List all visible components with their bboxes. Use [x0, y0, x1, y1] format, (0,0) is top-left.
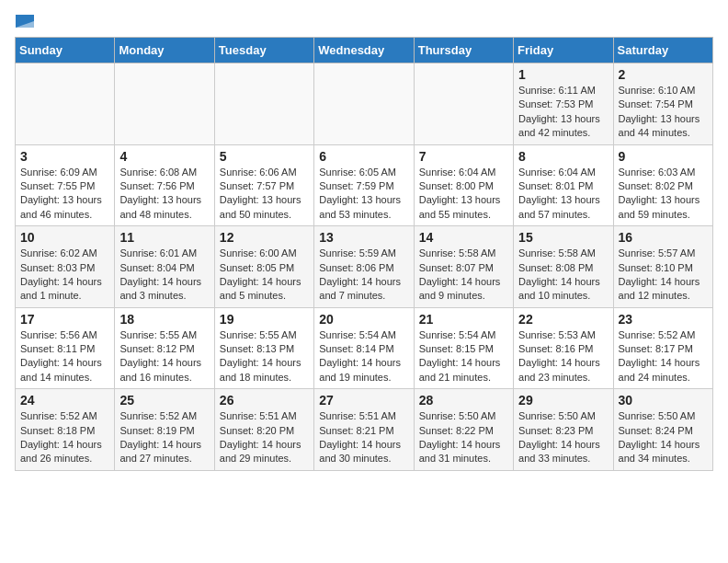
- day-number: 13: [319, 230, 408, 245]
- calendar-cell: [16, 63, 115, 145]
- calendar-cell: 15Sunrise: 5:58 AMSunset: 8:08 PMDayligh…: [514, 226, 613, 308]
- calendar-cell: 14Sunrise: 5:58 AMSunset: 8:07 PMDayligh…: [414, 226, 513, 308]
- day-info: Sunrise: 5:51 AMSunset: 8:21 PMDaylight:…: [319, 409, 408, 466]
- day-number: 7: [419, 149, 508, 164]
- calendar-cell: 22Sunrise: 5:53 AMSunset: 8:16 PMDayligh…: [514, 307, 613, 389]
- logo: [15, 15, 35, 28]
- logo-flag-icon: [16, 15, 34, 28]
- calendar-cell: 21Sunrise: 5:54 AMSunset: 8:15 PMDayligh…: [414, 307, 513, 389]
- day-info: Sunrise: 5:59 AMSunset: 8:06 PMDaylight:…: [319, 247, 408, 304]
- calendar-cell: 11Sunrise: 6:01 AMSunset: 8:04 PMDayligh…: [115, 226, 214, 308]
- calendar-cell: [314, 63, 414, 145]
- calendar-cell: 20Sunrise: 5:54 AMSunset: 8:14 PMDayligh…: [314, 307, 414, 389]
- day-info: Sunrise: 6:11 AMSunset: 7:53 PMDaylight:…: [518, 84, 608, 141]
- calendar-cell: 6Sunrise: 6:05 AMSunset: 7:59 PMDaylight…: [314, 144, 414, 226]
- calendar-cell: [115, 63, 214, 145]
- day-number: 20: [319, 312, 408, 327]
- day-number: 8: [518, 149, 608, 164]
- day-number: 18: [119, 312, 209, 327]
- day-number: 22: [518, 312, 608, 327]
- day-number: 28: [419, 393, 508, 408]
- page: SundayMondayTuesdayWednesdayThursdayFrid…: [0, 0, 728, 486]
- calendar-cell: [214, 63, 313, 145]
- week-row-1: 1Sunrise: 6:11 AMSunset: 7:53 PMDaylight…: [16, 63, 713, 145]
- day-info: Sunrise: 6:04 AMSunset: 8:00 PMDaylight:…: [419, 166, 508, 223]
- day-number: 30: [619, 393, 708, 408]
- calendar-cell: 13Sunrise: 5:59 AMSunset: 8:06 PMDayligh…: [314, 226, 414, 308]
- calendar-cell: [414, 63, 513, 145]
- calendar-cell: 4Sunrise: 6:08 AMSunset: 7:56 PMDaylight…: [115, 144, 214, 226]
- day-number: 1: [518, 67, 608, 82]
- day-info: Sunrise: 5:58 AMSunset: 8:07 PMDaylight:…: [419, 247, 508, 304]
- calendar-cell: 24Sunrise: 5:52 AMSunset: 8:18 PMDayligh…: [16, 389, 115, 471]
- calendar-cell: 2Sunrise: 6:10 AMSunset: 7:54 PMDaylight…: [613, 63, 712, 145]
- day-number: 3: [20, 149, 109, 164]
- day-info: Sunrise: 6:09 AMSunset: 7:55 PMDaylight:…: [20, 166, 109, 223]
- day-info: Sunrise: 5:52 AMSunset: 8:19 PMDaylight:…: [119, 409, 209, 466]
- day-number: 12: [220, 230, 309, 245]
- day-number: 24: [20, 393, 109, 408]
- day-number: 29: [518, 393, 608, 408]
- weekday-header-thursday: Thursday: [414, 38, 513, 63]
- calendar-cell: 9Sunrise: 6:03 AMSunset: 8:02 PMDaylight…: [613, 144, 712, 226]
- day-info: Sunrise: 5:54 AMSunset: 8:14 PMDaylight:…: [319, 328, 408, 385]
- day-number: 5: [220, 149, 309, 164]
- day-info: Sunrise: 6:05 AMSunset: 7:59 PMDaylight:…: [319, 166, 408, 223]
- calendar-cell: 18Sunrise: 5:55 AMSunset: 8:12 PMDayligh…: [115, 307, 214, 389]
- day-info: Sunrise: 5:54 AMSunset: 8:15 PMDaylight:…: [419, 328, 508, 385]
- day-info: Sunrise: 5:52 AMSunset: 8:18 PMDaylight:…: [20, 409, 109, 466]
- day-number: 15: [518, 230, 608, 245]
- day-number: 14: [419, 230, 508, 245]
- day-number: 19: [220, 312, 309, 327]
- week-row-4: 17Sunrise: 5:56 AMSunset: 8:11 PMDayligh…: [16, 307, 713, 389]
- day-info: Sunrise: 5:56 AMSunset: 8:11 PMDaylight:…: [20, 328, 109, 385]
- day-number: 26: [220, 393, 309, 408]
- calendar-cell: 17Sunrise: 5:56 AMSunset: 8:11 PMDayligh…: [16, 307, 115, 389]
- day-info: Sunrise: 5:50 AMSunset: 8:22 PMDaylight:…: [419, 409, 508, 466]
- day-info: Sunrise: 6:01 AMSunset: 8:04 PMDaylight:…: [119, 247, 209, 304]
- weekday-header-friday: Friday: [514, 38, 613, 63]
- day-info: Sunrise: 6:00 AMSunset: 8:05 PMDaylight:…: [220, 247, 309, 304]
- calendar-header: SundayMondayTuesdayWednesdayThursdayFrid…: [16, 38, 713, 63]
- week-row-5: 24Sunrise: 5:52 AMSunset: 8:18 PMDayligh…: [16, 389, 713, 471]
- calendar-cell: 26Sunrise: 5:51 AMSunset: 8:20 PMDayligh…: [214, 389, 313, 471]
- weekday-header-wednesday: Wednesday: [314, 38, 414, 63]
- day-number: 21: [419, 312, 508, 327]
- day-info: Sunrise: 5:51 AMSunset: 8:20 PMDaylight:…: [220, 409, 309, 466]
- calendar-cell: 19Sunrise: 5:55 AMSunset: 8:13 PMDayligh…: [214, 307, 313, 389]
- calendar-cell: 29Sunrise: 5:50 AMSunset: 8:23 PMDayligh…: [514, 389, 613, 471]
- weekday-header-saturday: Saturday: [613, 38, 712, 63]
- calendar-cell: 8Sunrise: 6:04 AMSunset: 8:01 PMDaylight…: [514, 144, 613, 226]
- day-info: Sunrise: 6:06 AMSunset: 7:57 PMDaylight:…: [220, 166, 309, 223]
- day-info: Sunrise: 6:04 AMSunset: 8:01 PMDaylight:…: [518, 166, 608, 223]
- calendar-cell: 1Sunrise: 6:11 AMSunset: 7:53 PMDaylight…: [514, 63, 613, 145]
- day-number: 9: [619, 149, 708, 164]
- day-info: Sunrise: 6:08 AMSunset: 7:56 PMDaylight:…: [119, 166, 209, 223]
- day-info: Sunrise: 5:57 AMSunset: 8:10 PMDaylight:…: [619, 247, 708, 304]
- day-number: 27: [319, 393, 408, 408]
- day-number: 10: [20, 230, 109, 245]
- calendar-cell: 7Sunrise: 6:04 AMSunset: 8:00 PMDaylight…: [414, 144, 513, 226]
- calendar-cell: 28Sunrise: 5:50 AMSunset: 8:22 PMDayligh…: [414, 389, 513, 471]
- day-info: Sunrise: 5:53 AMSunset: 8:16 PMDaylight:…: [518, 328, 608, 385]
- calendar-cell: 25Sunrise: 5:52 AMSunset: 8:19 PMDayligh…: [115, 389, 214, 471]
- day-number: 11: [119, 230, 209, 245]
- day-info: Sunrise: 6:03 AMSunset: 8:02 PMDaylight:…: [619, 166, 708, 223]
- day-info: Sunrise: 6:10 AMSunset: 7:54 PMDaylight:…: [619, 84, 708, 141]
- calendar-cell: 12Sunrise: 6:00 AMSunset: 8:05 PMDayligh…: [214, 226, 313, 308]
- calendar: SundayMondayTuesdayWednesdayThursdayFrid…: [15, 37, 713, 471]
- day-info: Sunrise: 5:58 AMSunset: 8:08 PMDaylight:…: [518, 247, 608, 304]
- logo-text: [15, 15, 35, 28]
- day-number: 6: [319, 149, 408, 164]
- day-number: 4: [119, 149, 209, 164]
- weekday-header-monday: Monday: [115, 38, 214, 63]
- day-info: Sunrise: 6:02 AMSunset: 8:03 PMDaylight:…: [20, 247, 109, 304]
- day-info: Sunrise: 5:50 AMSunset: 8:23 PMDaylight:…: [518, 409, 608, 466]
- calendar-cell: 16Sunrise: 5:57 AMSunset: 8:10 PMDayligh…: [613, 226, 712, 308]
- calendar-cell: 23Sunrise: 5:52 AMSunset: 8:17 PMDayligh…: [613, 307, 712, 389]
- day-number: 16: [619, 230, 708, 245]
- day-info: Sunrise: 5:55 AMSunset: 8:12 PMDaylight:…: [119, 328, 209, 385]
- weekday-header-row: SundayMondayTuesdayWednesdayThursdayFrid…: [16, 38, 713, 63]
- day-number: 2: [619, 67, 708, 82]
- week-row-2: 3Sunrise: 6:09 AMSunset: 7:55 PMDaylight…: [16, 144, 713, 226]
